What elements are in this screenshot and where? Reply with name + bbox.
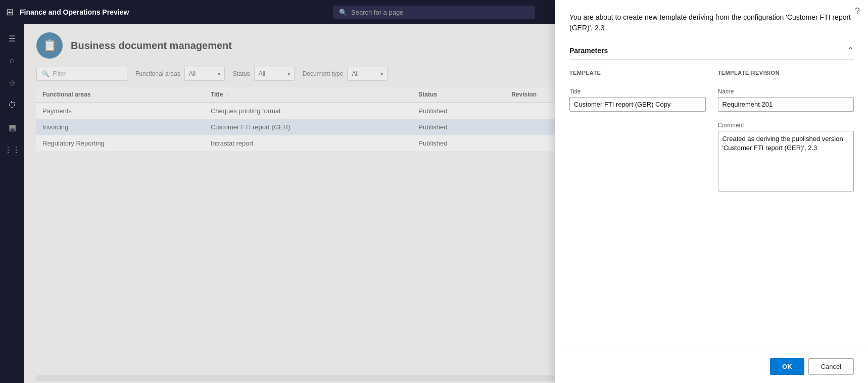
app-grid-icon[interactable]: ⊞ <box>6 7 14 18</box>
sidebar: ☰ ⌂ ☆ ⏱ ▦ ⋮⋮ <box>0 24 24 383</box>
col-title[interactable]: Title ↑ <box>205 87 412 103</box>
sidebar-item-hamburger[interactable]: ☰ <box>2 28 22 49</box>
table-cell-2: Published <box>412 135 505 152</box>
revision-name-field: Name <box>718 88 854 112</box>
table-cell-1: Cheques printing format <box>205 103 412 119</box>
search-icon: 🔍 <box>339 9 347 16</box>
table-cell-0: Regulatory Reporting <box>36 135 205 152</box>
app-title: Finance and Operations Preview <box>20 8 129 16</box>
dialog-panel: ? You are about to create new template d… <box>555 0 868 383</box>
col-functional-areas[interactable]: Functional areas <box>36 87 205 103</box>
status-filter: Status All <box>233 67 295 81</box>
ok-button[interactable]: OK <box>770 358 804 375</box>
page-title: Business document management <box>71 40 232 52</box>
template-revision-section-label: TEMPLATE REVISION <box>718 70 854 76</box>
star-icon: ☆ <box>9 78 16 88</box>
dialog-content: ? You are about to create new template d… <box>555 0 868 350</box>
functional-areas-select[interactable]: All <box>184 67 225 81</box>
sidebar-item-favorites[interactable]: ☆ <box>2 73 22 93</box>
revision-comment-textarea[interactable] <box>718 131 854 192</box>
filter-placeholder: Filter <box>53 70 66 77</box>
workspaces-icon: ▦ <box>9 123 16 132</box>
hamburger-icon: ☰ <box>9 34 16 43</box>
search-placeholder: Search for a page <box>351 9 403 16</box>
revision-name-input[interactable] <box>718 97 854 112</box>
table-cell-2: Published <box>412 119 505 135</box>
collapse-icon[interactable]: ⌃ <box>847 45 854 55</box>
sidebar-item-home[interactable]: ⌂ <box>2 51 22 71</box>
revision-name-label: Name <box>718 88 854 95</box>
document-icon: 📋 <box>43 39 57 52</box>
status-select[interactable]: All <box>254 67 295 81</box>
functional-areas-select-wrapper: All <box>184 67 225 81</box>
template-title-field: Title <box>569 88 706 112</box>
title-sort-icon: ↑ <box>227 92 229 98</box>
cancel-button[interactable]: Cancel <box>808 358 854 375</box>
sidebar-item-modules[interactable]: ⋮⋮ <box>2 139 22 160</box>
status-select-wrapper: All <box>254 67 295 81</box>
table-cell-0: Invoicing <box>36 119 205 135</box>
search-bar[interactable]: 🔍 Search for a page <box>333 6 535 19</box>
document-type-label: Document type <box>303 70 344 77</box>
dialog-footer: OK Cancel <box>555 350 868 383</box>
sidebar-item-workspaces[interactable]: ▦ <box>2 117 22 137</box>
document-type-select[interactable]: All <box>347 67 388 81</box>
table-cell-1: Intrastat report <box>205 135 412 152</box>
main-layout: ☰ ⌂ ☆ ⏱ ▦ ⋮⋮ 📋 Business document managem… <box>0 24 868 383</box>
revision-comment-label: Comment <box>718 122 854 129</box>
template-title-label: Title <box>569 88 706 95</box>
filter-search-icon: 🔍 <box>42 70 50 77</box>
parameters-grid: TEMPLATE Title TEMPLATE REVISION Name <box>569 70 854 192</box>
document-type-filter: Document type All <box>303 67 388 81</box>
table-cell-2: Published <box>412 103 505 119</box>
col-status[interactable]: Status <box>412 87 505 103</box>
table-cell-0: Payments <box>36 103 205 119</box>
revision-comment-field: Comment <box>718 122 854 192</box>
functional-areas-filter: Functional areas All <box>135 67 225 81</box>
table-cell-1: Customer FTI report (GER) <box>205 119 412 135</box>
filter-input-wrapper[interactable]: 🔍 Filter <box>36 67 127 81</box>
template-group: TEMPLATE Title <box>569 70 706 192</box>
parameters-section-header: Parameters ⌃ <box>569 45 854 60</box>
document-type-select-wrapper: All <box>347 67 388 81</box>
template-title-input[interactable] <box>569 97 706 112</box>
status-label: Status <box>233 70 250 77</box>
template-section-label: TEMPLATE <box>569 70 706 76</box>
sidebar-item-recent[interactable]: ⏱ <box>2 95 22 115</box>
template-revision-group: TEMPLATE REVISION Name Comment <box>718 70 854 192</box>
page-icon: 📋 <box>36 32 63 59</box>
home-icon: ⌂ <box>10 56 15 65</box>
parameters-label: Parameters <box>569 46 608 55</box>
modules-icon: ⋮⋮ <box>4 145 20 155</box>
dialog-help-icon[interactable]: ? <box>855 6 860 17</box>
dialog-description: You are about to create new template der… <box>569 12 854 33</box>
clock-icon: ⏱ <box>8 101 16 110</box>
functional-areas-label: Functional areas <box>135 70 180 77</box>
